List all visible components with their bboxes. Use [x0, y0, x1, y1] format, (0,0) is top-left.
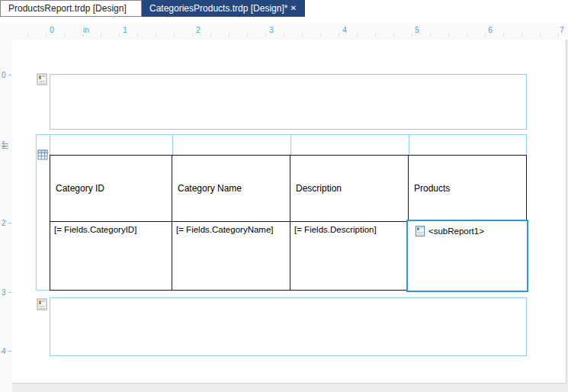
- v-ruler-tick: [8, 75, 11, 76]
- table-column-grips[interactable]: [50, 134, 527, 156]
- page-footer-item[interactable]: [50, 297, 527, 356]
- tab-categories-products[interactable]: CategoriesProducts.trdp [Design]* ✕: [142, 0, 305, 17]
- table-header-cell[interactable]: Category Name: [172, 156, 290, 222]
- ruler-corner: [0, 23, 12, 40]
- h-ruler-label: 7: [560, 26, 564, 34]
- column-grip-divider: [290, 135, 291, 155]
- tab-label: CategoriesProducts.trdp [Design]*: [149, 3, 287, 14]
- h-ruler-label: 0: [50, 26, 54, 34]
- document-tab-bar: ProductsReport.trdp [Design] CategoriesP…: [0, 0, 568, 23]
- h-ruler-label: 5: [415, 26, 419, 34]
- h-ruler-label: 3: [269, 26, 274, 34]
- v-ruler-label: 0: [2, 71, 6, 79]
- subreport-icon: [416, 226, 425, 236]
- horizontal-ruler: 0 in 1 2 3 4 5 6 7: [12, 23, 568, 40]
- header-cell-text: Description: [296, 183, 342, 194]
- tab-products-report[interactable]: ProductsReport.trdp [Design]: [0, 0, 142, 17]
- h-ruler-label: 1: [123, 26, 127, 34]
- v-ruler-tick: [8, 292, 11, 293]
- header-cell-text: Category Name: [178, 183, 242, 194]
- table-icon[interactable]: [37, 149, 48, 160]
- v-ruler-tick: [8, 223, 11, 223]
- table-header-cell[interactable]: Products: [409, 156, 526, 222]
- page-footer-section-icon[interactable]: [37, 298, 47, 310]
- tab-label: ProductsReport.trdp [Design]: [8, 3, 127, 14]
- v-ruler-label: 3: [2, 288, 6, 297]
- v-ruler-label: 4: [2, 347, 6, 355]
- h-ruler-label: 2: [196, 26, 201, 34]
- detail-cell-expression: [= Fields.CategoryName]: [176, 225, 274, 234]
- table-detail-cell[interactable]: [= Fields.Description]: [290, 222, 409, 290]
- column-grip-divider: [172, 135, 173, 155]
- table-detail-cell[interactable]: [= Fields.CategoryID]: [50, 222, 172, 290]
- vertical-ruler: 0 1 2 3 4: [0, 40, 12, 392]
- section-resize-handle-icon[interactable]: [2, 143, 8, 149]
- h-ruler-label: 6: [488, 26, 493, 34]
- h-ruler-unit: in: [83, 26, 89, 34]
- header-cell-text: Category ID: [56, 183, 104, 194]
- header-cell-text: Products: [414, 183, 450, 194]
- table-header-cell[interactable]: Description: [290, 156, 409, 222]
- subreport-label: <subReport1>: [428, 227, 484, 236]
- ruler-ticks: [27, 34, 568, 37]
- table-detail-cell[interactable]: [= Fields.CategoryName]: [172, 222, 290, 290]
- subreport-item[interactable]: <subReport1>: [406, 220, 528, 292]
- table-header-cell[interactable]: Category ID: [50, 156, 172, 222]
- v-ruler-tick: [8, 351, 11, 352]
- report-designer-window: ProductsReport.trdp [Design] CategoriesP…: [0, 0, 568, 392]
- detail-cell-expression: [= Fields.CategoryID]: [54, 225, 136, 234]
- detail-cell-expression: [= Fields.Description]: [294, 225, 377, 234]
- page-header-section-icon[interactable]: [37, 73, 47, 85]
- page-header-item[interactable]: [50, 74, 527, 130]
- h-ruler-label: 4: [342, 26, 347, 34]
- v-ruler-label: 2: [2, 219, 6, 227]
- close-icon[interactable]: ✕: [287, 3, 298, 14]
- column-grip-divider: [409, 135, 409, 155]
